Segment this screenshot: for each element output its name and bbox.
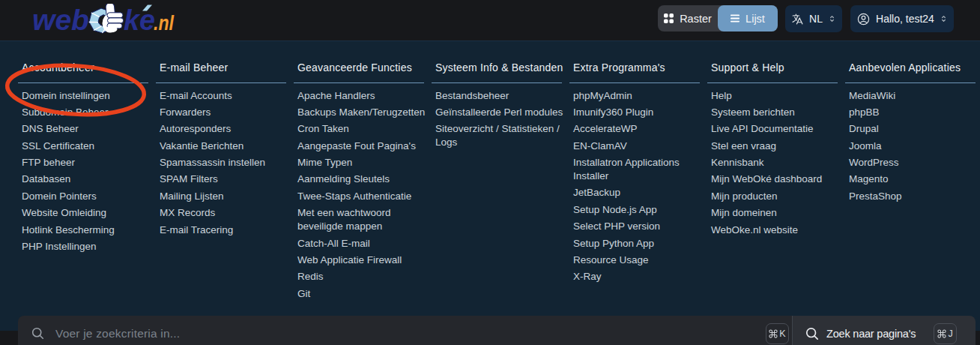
svg-text:web: web [32, 4, 89, 36]
svg-text:.nl: .nl [154, 11, 175, 34]
svg-text:ke: ke [124, 4, 155, 36]
